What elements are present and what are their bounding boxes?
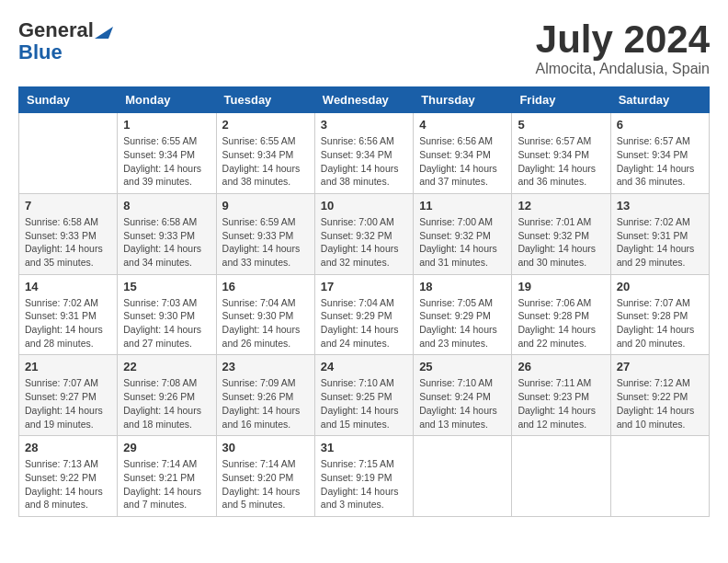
week-row-3: 14Sunrise: 7:02 AM Sunset: 9:31 PM Dayli… [19, 274, 710, 355]
week-row-4: 21Sunrise: 7:07 AM Sunset: 9:27 PM Dayli… [19, 355, 710, 436]
day-number: 2 [222, 118, 309, 132]
week-row-1: 1Sunrise: 6:55 AM Sunset: 9:34 PM Daylig… [19, 113, 710, 194]
day-info: Sunrise: 7:09 AM Sunset: 9:26 PM Dayligh… [222, 376, 309, 431]
day-number: 18 [419, 280, 506, 293]
day-info: Sunrise: 7:00 AM Sunset: 9:32 PM Dayligh… [321, 215, 407, 270]
weekday-wednesday: Wednesday [314, 87, 413, 113]
day-info: Sunrise: 7:05 AM Sunset: 9:29 PM Dayligh… [419, 296, 506, 350]
month-title: July 2024 [536, 18, 710, 61]
day-number: 14 [25, 280, 111, 293]
calendar-cell: 11Sunrise: 7:00 AM Sunset: 9:32 PM Dayli… [414, 193, 512, 274]
day-info: Sunrise: 7:02 AM Sunset: 9:31 PM Dayligh… [617, 215, 703, 270]
day-number: 9 [222, 199, 309, 213]
calendar-cell: 6Sunrise: 6:57 AM Sunset: 9:34 PM Daylig… [610, 113, 709, 194]
day-info: Sunrise: 7:11 AM Sunset: 9:23 PM Dayligh… [518, 376, 604, 431]
svg-marker-0 [95, 27, 113, 39]
day-number: 1 [123, 118, 210, 132]
calendar-cell [414, 436, 512, 517]
calendar-cell: 25Sunrise: 7:10 AM Sunset: 9:24 PM Dayli… [414, 355, 512, 436]
day-number: 4 [419, 118, 506, 132]
day-number: 19 [518, 280, 604, 293]
calendar-cell: 28Sunrise: 7:13 AM Sunset: 9:22 PM Dayli… [19, 436, 118, 517]
day-number: 29 [123, 441, 210, 454]
location-title: Almocita, Andalusia, Spain [536, 61, 710, 77]
calendar-cell: 13Sunrise: 7:02 AM Sunset: 9:31 PM Dayli… [610, 193, 709, 274]
calendar-cell: 17Sunrise: 7:04 AM Sunset: 9:29 PM Dayli… [314, 274, 413, 355]
day-number: 23 [222, 360, 309, 373]
calendar-cell: 20Sunrise: 7:07 AM Sunset: 9:28 PM Dayli… [610, 274, 709, 355]
day-info: Sunrise: 7:14 AM Sunset: 9:21 PM Dayligh… [123, 457, 210, 511]
calendar-cell: 7Sunrise: 6:58 AM Sunset: 9:33 PM Daylig… [19, 193, 118, 274]
day-info: Sunrise: 6:58 AM Sunset: 9:33 PM Dayligh… [25, 215, 111, 270]
weekday-tuesday: Tuesday [216, 87, 314, 113]
calendar-cell: 15Sunrise: 7:03 AM Sunset: 9:30 PM Dayli… [118, 274, 216, 355]
day-number: 28 [25, 441, 111, 454]
day-number: 24 [321, 360, 407, 373]
calendar-cell [19, 113, 118, 194]
day-number: 10 [321, 199, 407, 213]
calendar-cell: 22Sunrise: 7:08 AM Sunset: 9:26 PM Dayli… [118, 355, 216, 436]
day-info: Sunrise: 6:56 AM Sunset: 9:34 PM Dayligh… [321, 134, 407, 189]
calendar-cell: 26Sunrise: 7:11 AM Sunset: 9:23 PM Dayli… [512, 355, 610, 436]
day-info: Sunrise: 7:04 AM Sunset: 9:29 PM Dayligh… [321, 296, 407, 350]
day-info: Sunrise: 7:00 AM Sunset: 9:32 PM Dayligh… [419, 215, 506, 270]
day-info: Sunrise: 7:15 AM Sunset: 9:19 PM Dayligh… [321, 457, 407, 511]
calendar-cell: 23Sunrise: 7:09 AM Sunset: 9:26 PM Dayli… [216, 355, 314, 436]
calendar-cell: 12Sunrise: 7:01 AM Sunset: 9:32 PM Dayli… [512, 193, 610, 274]
day-info: Sunrise: 7:10 AM Sunset: 9:24 PM Dayligh… [419, 376, 506, 431]
day-info: Sunrise: 7:01 AM Sunset: 9:32 PM Dayligh… [518, 215, 604, 270]
day-info: Sunrise: 6:55 AM Sunset: 9:34 PM Dayligh… [222, 134, 309, 189]
calendar-cell: 8Sunrise: 6:58 AM Sunset: 9:33 PM Daylig… [118, 193, 216, 274]
day-number: 11 [419, 199, 506, 213]
calendar-cell: 2Sunrise: 6:55 AM Sunset: 9:34 PM Daylig… [216, 113, 314, 194]
day-info: Sunrise: 7:03 AM Sunset: 9:30 PM Dayligh… [123, 296, 210, 350]
weekday-header-row: SundayMondayTuesdayWednesdayThursdayFrid… [19, 87, 710, 113]
day-info: Sunrise: 6:56 AM Sunset: 9:34 PM Dayligh… [419, 134, 506, 189]
calendar-cell: 16Sunrise: 7:04 AM Sunset: 9:30 PM Dayli… [216, 274, 314, 355]
calendar-cell [512, 436, 610, 517]
title-area: July 2024 Almocita, Andalusia, Spain [536, 18, 710, 77]
day-info: Sunrise: 7:06 AM Sunset: 9:28 PM Dayligh… [518, 296, 604, 350]
day-info: Sunrise: 6:59 AM Sunset: 9:33 PM Dayligh… [222, 215, 309, 270]
weekday-thursday: Thursday [414, 87, 512, 113]
weekday-friday: Friday [512, 87, 610, 113]
weekday-monday: Monday [118, 87, 216, 113]
day-number: 22 [123, 360, 210, 373]
day-number: 26 [518, 360, 604, 373]
day-info: Sunrise: 6:58 AM Sunset: 9:33 PM Dayligh… [123, 215, 210, 270]
day-number: 17 [321, 280, 407, 293]
day-number: 30 [222, 441, 309, 454]
day-info: Sunrise: 7:13 AM Sunset: 9:22 PM Dayligh… [25, 457, 111, 511]
calendar-cell: 18Sunrise: 7:05 AM Sunset: 9:29 PM Dayli… [414, 274, 512, 355]
calendar-cell: 3Sunrise: 6:56 AM Sunset: 9:34 PM Daylig… [314, 113, 413, 194]
calendar-cell: 10Sunrise: 7:00 AM Sunset: 9:32 PM Dayli… [314, 193, 413, 274]
calendar-cell: 21Sunrise: 7:07 AM Sunset: 9:27 PM Dayli… [19, 355, 118, 436]
day-info: Sunrise: 6:57 AM Sunset: 9:34 PM Dayligh… [518, 134, 604, 189]
day-number: 15 [123, 280, 210, 293]
calendar-cell: 27Sunrise: 7:12 AM Sunset: 9:22 PM Dayli… [610, 355, 709, 436]
day-info: Sunrise: 7:12 AM Sunset: 9:22 PM Dayligh… [617, 376, 703, 431]
logo-general: General [18, 18, 94, 42]
day-info: Sunrise: 6:57 AM Sunset: 9:34 PM Dayligh… [617, 134, 703, 189]
day-info: Sunrise: 7:02 AM Sunset: 9:31 PM Dayligh… [25, 296, 111, 350]
calendar-cell: 30Sunrise: 7:14 AM Sunset: 9:20 PM Dayli… [216, 436, 314, 517]
day-number: 13 [617, 199, 703, 213]
week-row-2: 7Sunrise: 6:58 AM Sunset: 9:33 PM Daylig… [19, 193, 710, 274]
day-number: 25 [419, 360, 506, 373]
logo-blue: Blue [18, 40, 63, 64]
header: General Blue July 2024 Almocita, Andalus… [18, 18, 710, 77]
calendar-cell: 19Sunrise: 7:06 AM Sunset: 9:28 PM Dayli… [512, 274, 610, 355]
day-info: Sunrise: 7:08 AM Sunset: 9:26 PM Dayligh… [123, 376, 210, 431]
day-info: Sunrise: 7:14 AM Sunset: 9:20 PM Dayligh… [222, 457, 309, 511]
weekday-saturday: Saturday [610, 87, 709, 113]
week-row-5: 28Sunrise: 7:13 AM Sunset: 9:22 PM Dayli… [19, 436, 710, 517]
day-number: 5 [518, 118, 604, 132]
day-number: 3 [321, 118, 407, 132]
calendar-cell [610, 436, 709, 517]
day-info: Sunrise: 7:07 AM Sunset: 9:27 PM Dayligh… [25, 376, 111, 431]
day-number: 8 [123, 199, 210, 213]
calendar-cell: 5Sunrise: 6:57 AM Sunset: 9:34 PM Daylig… [512, 113, 610, 194]
calendar-cell: 9Sunrise: 6:59 AM Sunset: 9:33 PM Daylig… [216, 193, 314, 274]
logo-bird-icon [95, 22, 113, 39]
calendar-cell: 31Sunrise: 7:15 AM Sunset: 9:19 PM Dayli… [314, 436, 413, 517]
